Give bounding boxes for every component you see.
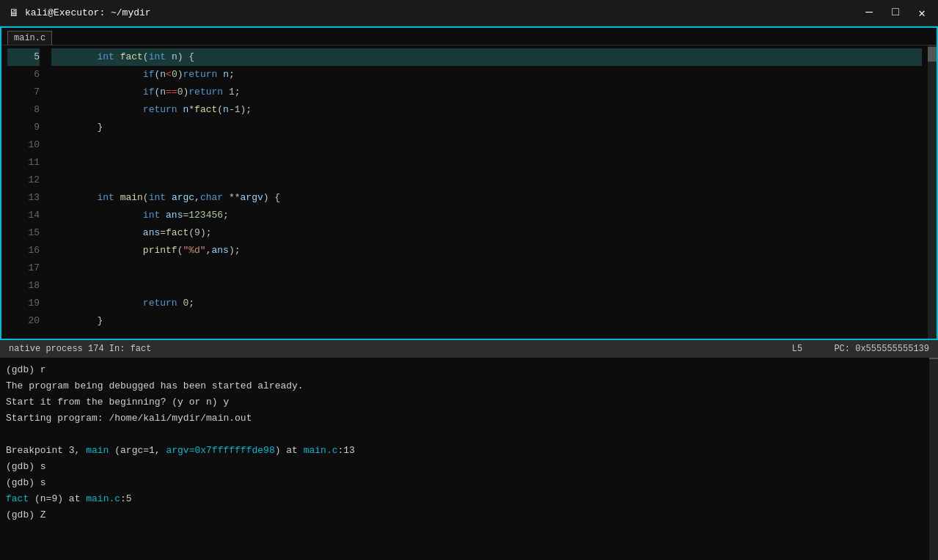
line-20: 20	[7, 312, 40, 330]
code-line-5: int fact(int n) {	[51, 48, 922, 66]
line-11: 11	[7, 154, 40, 172]
line-9: 9	[7, 119, 40, 136]
titlebar: 🖥 kali@Executor: ~/mydir — □ ✕	[0, 0, 938, 26]
term-line-8: (gdb) s	[6, 475, 932, 491]
editor-scrollbar[interactable]	[928, 45, 937, 339]
line-13: B+13	[7, 189, 40, 207]
code-line-6: if(n<0)return n;	[51, 66, 922, 84]
code-line-16: printf("%d",ans);	[51, 242, 922, 259]
terminal-area[interactable]: (gdb) r The program being debugged has b…	[0, 358, 938, 560]
code-line-11	[51, 154, 922, 172]
code-line-15: ans=fact(9);	[51, 224, 922, 242]
editor-scrollbar-thumb[interactable]	[928, 47, 937, 62]
code-line-20: }	[51, 312, 922, 330]
status-pc: PC: 0x555555555139	[834, 344, 929, 354]
line-18: 18	[7, 277, 40, 295]
code-line-9: }	[51, 119, 922, 136]
code-line-13: int main(int argc,char **argv) {	[51, 189, 922, 207]
term-line-3: Start it from the beginning? (y or n) y	[6, 394, 932, 410]
terminal-icon: 🖥	[9, 7, 19, 19]
line-17: 17	[7, 259, 40, 277]
titlebar-controls: — □ ✕	[862, 6, 929, 21]
minimize-button[interactable]: —	[862, 6, 876, 21]
term-line-6: Breakpoint 3, main (argc=1, argv=0x7ffff…	[6, 443, 932, 459]
titlebar-title: kali@Executor: ~/mydir	[25, 7, 151, 18]
term-line-7: (gdb) s	[6, 459, 932, 475]
line-16: 16	[7, 242, 40, 259]
close-button[interactable]: ✕	[915, 6, 929, 21]
line-12: 12	[7, 172, 40, 189]
main-container: main.c >5 6 7 8 9 10 11 12 B+13 14 15 16…	[0, 26, 938, 560]
status-bar: native process 174 In: fact L5 PC: 0x555…	[0, 340, 938, 358]
line-5: >5	[7, 48, 40, 66]
line-6: 6	[7, 66, 40, 84]
code-line-14: int ans=123456;	[51, 207, 922, 224]
maximize-button[interactable]: □	[888, 6, 903, 21]
term-line-4: Starting program: /home/kali/mydir/main.…	[6, 410, 932, 427]
code-line-8: return n*fact(n-1);	[51, 101, 922, 119]
line-numbers: >5 6 7 8 9 10 11 12 B+13 14 15 16 17 18 …	[1, 45, 45, 339]
code-lines: int fact(int n) { if(n<0)return n; if(n=…	[45, 45, 928, 339]
term-line-9: fact (n=9) at main.c:5	[6, 491, 932, 507]
line-7: 7	[7, 84, 40, 101]
tab-bar: main.c	[1, 28, 937, 45]
code-content: >5 6 7 8 9 10 11 12 B+13 14 15 16 17 18 …	[1, 45, 937, 339]
line-19: 19	[7, 295, 40, 312]
code-line-10	[51, 136, 922, 154]
term-line-2: The program being debugged has been star…	[6, 378, 932, 394]
status-process-info: native process 174 In: fact	[9, 344, 151, 354]
code-line-7: if(n==0)return 1;	[51, 84, 922, 101]
editor-area: main.c >5 6 7 8 9 10 11 12 B+13 14 15 16…	[0, 26, 938, 340]
terminal-scrollbar-thumb[interactable]	[929, 358, 938, 359]
line-8: 8	[7, 101, 40, 119]
term-line-1: (gdb) r	[6, 362, 932, 378]
tab-main-c[interactable]: main.c	[7, 31, 52, 45]
term-line-10: (gdb) Z	[6, 507, 932, 523]
term-line-5	[6, 427, 932, 443]
line-15: 15	[7, 224, 40, 242]
terminal-scrollbar[interactable]	[929, 358, 938, 560]
code-line-18	[51, 277, 922, 295]
status-line: L5	[792, 344, 802, 354]
status-position: L5 PC: 0x555555555139	[792, 344, 929, 354]
line-10: 10	[7, 136, 40, 154]
code-line-17	[51, 259, 922, 277]
code-line-19: return 0;	[51, 295, 922, 312]
titlebar-left: 🖥 kali@Executor: ~/mydir	[9, 7, 151, 19]
line-14: 14	[7, 207, 40, 224]
code-line-12	[51, 172, 922, 189]
